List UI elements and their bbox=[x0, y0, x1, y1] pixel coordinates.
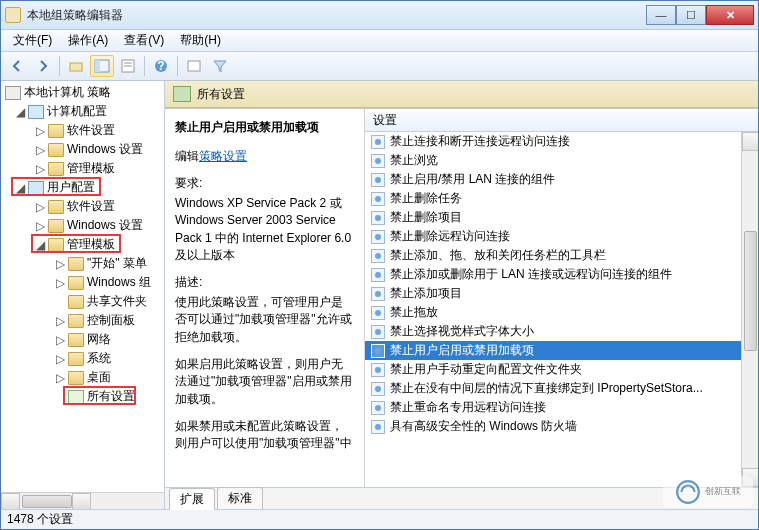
watermark: 创新互联 bbox=[663, 476, 753, 508]
collapse-icon[interactable]: ◢ bbox=[15, 106, 26, 117]
list-item[interactable]: 禁止添加或删除用于 LAN 连接或远程访问连接的组件 bbox=[365, 265, 758, 284]
list-item-label: 禁止重命名专用远程访问连接 bbox=[390, 399, 546, 416]
list-item[interactable]: 禁止启用/禁用 LAN 连接的组件 bbox=[365, 170, 758, 189]
collapse-icon[interactable]: ◢ bbox=[15, 182, 26, 193]
list-item[interactable]: 禁止重命名专用远程访问连接 bbox=[365, 398, 758, 417]
settings-list[interactable]: 禁止连接和断开连接远程访问连接禁止浏览禁止启用/禁用 LAN 连接的组件禁止删除… bbox=[365, 132, 758, 487]
filter-button[interactable] bbox=[208, 55, 232, 77]
tree-uc-software[interactable]: ▷ 软件设置 bbox=[1, 197, 164, 216]
tree-cc-windows[interactable]: ▷ Windows 设置 bbox=[1, 140, 164, 159]
minimize-button[interactable]: — bbox=[646, 5, 676, 25]
description-text-3: 如果禁用或未配置此策略设置，则用户可以使用"加载项管理器"中 bbox=[175, 418, 354, 453]
tree-label: 控制面板 bbox=[87, 312, 135, 329]
list-item[interactable]: 禁止删除任务 bbox=[365, 189, 758, 208]
list-item[interactable]: 禁止拖放 bbox=[365, 303, 758, 322]
list-item[interactable]: 禁止添加项目 bbox=[365, 284, 758, 303]
list-item-label: 禁止删除远程访问连接 bbox=[390, 228, 510, 245]
horizontal-scrollbar[interactable] bbox=[1, 492, 164, 509]
tree[interactable]: 本地计算机 策略 ◢ 计算机配置 ▷ 软件设置 ▷ Windows 设置 bbox=[1, 81, 164, 509]
tree-label: 网络 bbox=[87, 331, 111, 348]
list-item[interactable]: 禁止删除项目 bbox=[365, 208, 758, 227]
tree-label: 桌面 bbox=[87, 369, 111, 386]
window-title: 本地组策略编辑器 bbox=[27, 7, 646, 24]
tree-network[interactable]: ▷ 网络 bbox=[1, 330, 164, 349]
tree-windows-comp[interactable]: ▷ Windows 组 bbox=[1, 273, 164, 292]
expand-icon[interactable]: ▷ bbox=[35, 144, 46, 155]
tree-user-config[interactable]: ◢ 用户配置 bbox=[1, 178, 164, 197]
list-item[interactable]: 禁止用户启用或禁用加载项 bbox=[365, 341, 758, 360]
policy-title: 禁止用户启用或禁用加载项 bbox=[175, 119, 354, 136]
right-header: 所有设置 bbox=[165, 81, 758, 108]
maximize-button[interactable]: ☐ bbox=[676, 5, 706, 25]
list-item-label: 禁止连接和断开连接远程访问连接 bbox=[390, 133, 570, 150]
vertical-scrollbar[interactable] bbox=[741, 132, 758, 487]
folder-icon bbox=[68, 314, 84, 328]
policy-icon bbox=[371, 401, 385, 415]
expand-icon[interactable]: ▷ bbox=[55, 315, 66, 326]
list-item[interactable]: 禁止用户手动重定向配置文件文件夹 bbox=[365, 360, 758, 379]
policy-icon bbox=[371, 306, 385, 320]
list-item[interactable]: 禁止添加、拖、放和关闭任务栏的工具栏 bbox=[365, 246, 758, 265]
menu-action[interactable]: 操作(A) bbox=[60, 30, 116, 51]
expand-icon[interactable]: ▷ bbox=[55, 353, 66, 364]
list-item[interactable]: 禁止连接和断开连接远程访问连接 bbox=[365, 132, 758, 151]
list-item[interactable]: 禁止浏览 bbox=[365, 151, 758, 170]
filter-options-button[interactable] bbox=[182, 55, 206, 77]
tree-uc-windows[interactable]: ▷ Windows 设置 bbox=[1, 216, 164, 235]
menu-view[interactable]: 查看(V) bbox=[116, 30, 172, 51]
list-item[interactable]: 具有高级安全性的 Windows 防火墙 bbox=[365, 417, 758, 436]
tree-system[interactable]: ▷ 系统 bbox=[1, 349, 164, 368]
tree-cc-software[interactable]: ▷ 软件设置 bbox=[1, 121, 164, 140]
tree-cc-admin[interactable]: ▷ 管理模板 bbox=[1, 159, 164, 178]
forward-button[interactable] bbox=[31, 55, 55, 77]
expand-icon[interactable]: ▷ bbox=[55, 277, 66, 288]
policy-icon bbox=[371, 325, 385, 339]
list-item[interactable]: 禁止删除远程访问连接 bbox=[365, 227, 758, 246]
menu-help[interactable]: 帮助(H) bbox=[172, 30, 229, 51]
toolbar: ? bbox=[1, 52, 758, 81]
list-column-header[interactable]: 设置 bbox=[365, 109, 758, 132]
policy-icon bbox=[371, 287, 385, 301]
tree-control-panel[interactable]: ▷ 控制面板 bbox=[1, 311, 164, 330]
watermark-text: 创新互联 bbox=[705, 487, 741, 497]
list-item[interactable]: 禁止选择视觉样式字体大小 bbox=[365, 322, 758, 341]
tree-label: 系统 bbox=[87, 350, 111, 367]
tree-computer-config[interactable]: ◢ 计算机配置 bbox=[1, 102, 164, 121]
help-button[interactable]: ? bbox=[149, 55, 173, 77]
content-area: 本地计算机 策略 ◢ 计算机配置 ▷ 软件设置 ▷ Windows 设置 bbox=[1, 81, 758, 509]
tree-desktop[interactable]: ▷ 桌面 bbox=[1, 368, 164, 387]
list-item-label: 禁止添加或删除用于 LAN 连接或远程访问连接的组件 bbox=[390, 266, 672, 283]
list-item-label: 禁止在没有中间层的情况下直接绑定到 IPropertySetStora... bbox=[390, 380, 703, 397]
tree-label: 用户配置 bbox=[47, 179, 95, 196]
folder-icon bbox=[68, 257, 84, 271]
svg-rect-2 bbox=[95, 60, 100, 72]
up-button[interactable] bbox=[64, 55, 88, 77]
expand-icon[interactable]: ▷ bbox=[35, 125, 46, 136]
tree-all-settings[interactable]: ▷ 所有设置 bbox=[1, 387, 164, 406]
list-item-label: 禁止删除任务 bbox=[390, 190, 462, 207]
back-button[interactable] bbox=[5, 55, 29, 77]
expand-icon[interactable]: ▷ bbox=[35, 163, 46, 174]
show-tree-button[interactable] bbox=[90, 55, 114, 77]
tree-shared-folders[interactable]: ▷ 共享文件夹 bbox=[1, 292, 164, 311]
expand-icon[interactable]: ▷ bbox=[55, 372, 66, 383]
edit-policy-link[interactable]: 策略设置 bbox=[199, 149, 247, 163]
tree-start-menu[interactable]: ▷ "开始" 菜单 bbox=[1, 254, 164, 273]
collapse-icon[interactable]: ◢ bbox=[35, 239, 46, 250]
tab-standard[interactable]: 标准 bbox=[217, 487, 263, 509]
close-button[interactable]: ✕ bbox=[706, 5, 754, 25]
expand-icon[interactable]: ▷ bbox=[55, 334, 66, 345]
list-item[interactable]: 禁止在没有中间层的情况下直接绑定到 IPropertySetStora... bbox=[365, 379, 758, 398]
tree-label: 共享文件夹 bbox=[87, 293, 147, 310]
description-text-2: 如果启用此策略设置，则用户无法通过"加载项管理器"启用或禁用加载项。 bbox=[175, 356, 354, 408]
expand-icon[interactable]: ▷ bbox=[35, 201, 46, 212]
settings-icon bbox=[68, 390, 84, 404]
expand-icon[interactable]: ▷ bbox=[55, 258, 66, 269]
right-header-title: 所有设置 bbox=[197, 86, 245, 103]
tab-extended[interactable]: 扩展 bbox=[169, 488, 215, 510]
properties-button[interactable] bbox=[116, 55, 140, 77]
menu-file[interactable]: 文件(F) bbox=[5, 30, 60, 51]
tree-root[interactable]: 本地计算机 策略 bbox=[1, 83, 164, 102]
tree-uc-admin[interactable]: ◢ 管理模板 bbox=[1, 235, 164, 254]
expand-icon[interactable]: ▷ bbox=[35, 220, 46, 231]
